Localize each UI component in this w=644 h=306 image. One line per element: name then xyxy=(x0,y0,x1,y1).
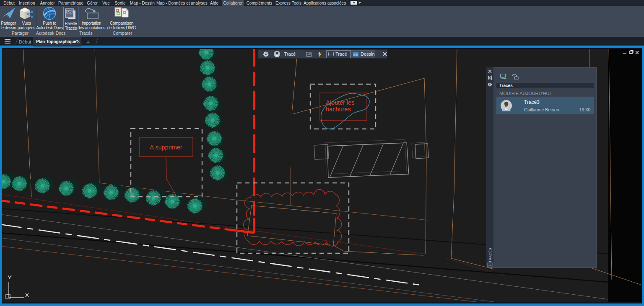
svg-text:hachures: hachures xyxy=(326,106,351,113)
svg-text:A supprimer: A supprimer xyxy=(150,144,182,151)
svg-text:Ajouter les: Ajouter les xyxy=(326,99,355,106)
svg-text:TRACÉS: TRACÉS xyxy=(488,248,492,262)
